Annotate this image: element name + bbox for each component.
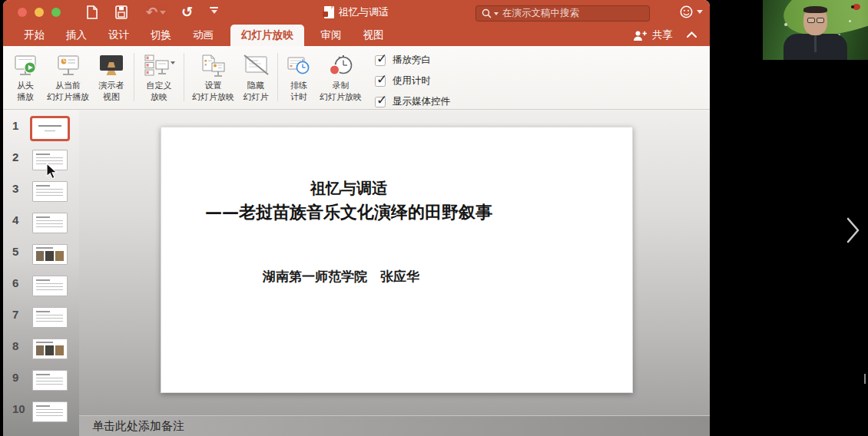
next-page-arrow[interactable] <box>846 217 861 243</box>
rehearse-timings-button[interactable]: 排练 计时 <box>282 48 316 107</box>
slide-thumbnail[interactable] <box>32 244 68 265</box>
slide-thumbnail[interactable] <box>32 339 68 359</box>
rehearse-timings-icon <box>286 50 312 79</box>
button-label: 幻灯片放映 <box>192 92 234 102</box>
share-button[interactable]: 共享 <box>633 25 673 46</box>
slide-thumbnail-panel: 1 2 3 4 5 6 7 8 <box>3 111 79 436</box>
checkbox-use-timings[interactable]: ✓ 使用计时 <box>375 74 450 88</box>
tab-home[interactable]: 开始 <box>13 25 55 46</box>
zoom-window-button[interactable] <box>51 8 61 17</box>
slide-canvas[interactable]: 祖忆与调适 ——老挝苗族音乐文化演绎的田野叙事 湖南第一师范学院 张应华 <box>161 127 633 393</box>
notes-pane[interactable]: 单击此处添加备注 <box>79 415 710 436</box>
checkbox-box[interactable]: ✓ <box>375 55 386 66</box>
custom-show-button[interactable]: 自定义 放映 <box>138 48 180 107</box>
toolbar-overflow-icon[interactable] <box>210 7 218 22</box>
tab-insert[interactable]: 插入 <box>55 25 98 46</box>
collapse-ribbon-button[interactable] <box>686 31 697 38</box>
scrollbar-fragment <box>864 374 866 384</box>
person-plus-icon <box>633 30 648 41</box>
tab-slideshow[interactable]: 幻灯片放映 <box>230 25 304 46</box>
slideshow-options-group: ✓ 播放旁白 ✓ 使用计时 ✓ 显示媒体控件 <box>366 48 450 107</box>
powerpoint-window: ↶ ↺ 祖忆与调适 在演示文稿中搜索 开始 插入 设计 切换 动画 <box>3 0 710 436</box>
share-label: 共享 <box>652 28 673 42</box>
record-slideshow-button[interactable]: 录制 幻灯片放映 <box>316 48 366 107</box>
smiley-icon <box>680 5 693 18</box>
slide-thumbnail[interactable] <box>32 181 68 202</box>
presenter-view-icon <box>97 50 126 79</box>
tab-transitions[interactable]: 切换 <box>140 25 182 46</box>
custom-show-icon <box>142 50 176 79</box>
thumbnail-slide-7[interactable]: 7 <box>3 307 79 328</box>
smiley-caret-icon <box>697 10 703 14</box>
search-scope-caret-icon[interactable] <box>494 12 499 15</box>
hide-slide-button[interactable]: 隐藏 幻灯片 <box>238 48 273 107</box>
button-label: 播放 <box>17 92 34 102</box>
slide-thumbnail[interactable] <box>32 276 68 296</box>
close-window-button[interactable] <box>18 8 27 17</box>
set-up-show-button[interactable]: 设置 幻灯片放映 <box>188 48 238 107</box>
checkbox-box[interactable]: ✓ <box>375 97 386 107</box>
record-slideshow-icon <box>327 50 355 79</box>
thumbnail-slide-6[interactable]: 6 <box>3 276 79 296</box>
slide-thumbnail[interactable] <box>32 370 68 391</box>
thumbnail-slide-3[interactable]: 3 <box>3 181 79 202</box>
water-droplet <box>784 23 787 26</box>
minimize-window-button[interactable] <box>35 8 44 17</box>
save-icon[interactable] <box>114 5 128 20</box>
redo-icon[interactable]: ↺ <box>181 5 193 20</box>
thumbnail-slide-5[interactable]: 5 <box>3 244 79 265</box>
notes-placeholder: 单击此处添加备注 <box>92 419 184 434</box>
slide-thumbnail[interactable] <box>32 213 68 233</box>
checkbox-show-media-controls[interactable]: ✓ 显示媒体控件 <box>375 95 450 108</box>
thumbnail-slide-10[interactable]: 10 <box>3 401 79 422</box>
ribbon-separator <box>134 53 134 101</box>
thumbnail-slide-2[interactable]: 2 <box>3 150 79 170</box>
play-from-current-button[interactable]: 从当前 幻灯片播放 <box>43 48 93 107</box>
checkbox-box[interactable]: ✓ <box>375 76 386 87</box>
tab-view[interactable]: 视图 <box>353 25 395 46</box>
ribbon-tab-bar: 开始 插入 设计 切换 动画 幻灯片放映 审阅 视图 共享 <box>3 25 710 46</box>
thumbnail-slide-1[interactable]: 1 <box>3 118 79 139</box>
water-droplet <box>849 20 851 22</box>
slide-number: 3 <box>12 181 27 197</box>
button-label: 排练 <box>290 81 307 91</box>
slide-number: 5 <box>12 244 27 259</box>
tab-animations[interactable]: 动画 <box>182 25 224 46</box>
checkbox-play-narrations[interactable]: ✓ 播放旁白 <box>375 54 450 67</box>
checkmark-icon: ✓ <box>376 51 387 67</box>
slide-number: 8 <box>12 339 27 354</box>
slide-title-line1: 祖忆与调适 <box>161 177 536 200</box>
slide-subtitle-textbox[interactable]: 湖南第一师范学院 张应华 <box>161 268 521 286</box>
search-input[interactable]: 在演示文稿中搜索 <box>475 5 650 21</box>
ribbon-separator <box>277 53 278 101</box>
slide-editor-area: 祖忆与调适 ——老挝苗族音乐文化演绎的田野叙事 湖南第一师范学院 张应华 单击此… <box>79 111 710 436</box>
slide-number: 9 <box>12 370 27 385</box>
button-label: 从头 <box>17 81 34 91</box>
search-placeholder: 在演示文稿中搜索 <box>502 7 579 20</box>
slide-title-textbox[interactable]: 祖忆与调适 ——老挝苗族音乐文化演绎的田野叙事 <box>161 177 536 224</box>
button-label: 视图 <box>103 92 120 102</box>
slide-thumbnail[interactable] <box>32 118 68 139</box>
slide-thumbnail[interactable] <box>32 401 68 422</box>
play-from-start-button[interactable]: 从头 播放 <box>8 48 43 107</box>
play-from-current-icon <box>55 50 82 79</box>
thumbnail-slide-9[interactable]: 9 <box>3 370 79 391</box>
tab-review[interactable]: 审阅 <box>310 25 353 46</box>
undo-icon[interactable]: ↶ <box>146 5 166 20</box>
tab-design[interactable]: 设计 <box>98 25 140 46</box>
checkbox-label: 使用计时 <box>393 74 431 88</box>
thumbnail-slide-8[interactable]: 8 <box>3 339 79 359</box>
mouse-cursor <box>46 163 58 180</box>
powerpoint-doc-icon <box>324 6 334 18</box>
slide-number: 10 <box>12 401 27 417</box>
presenter-view-button[interactable]: 演示者 视图 <box>93 48 130 107</box>
slide-number: 4 <box>12 213 27 228</box>
title-bar: ↶ ↺ 祖忆与调适 在演示文稿中搜索 <box>3 0 710 25</box>
slide-number: 6 <box>12 276 27 291</box>
feedback-smiley-button[interactable] <box>680 5 703 18</box>
slide-title-line2: ——老挝苗族音乐文化演绎的田野叙事 <box>161 200 536 224</box>
slide-thumbnail[interactable] <box>32 307 68 328</box>
new-document-icon[interactable] <box>85 5 99 20</box>
thumbnail-slide-4[interactable]: 4 <box>3 213 79 233</box>
ribbon-slideshow: 从头 播放 从当前 幻灯片播放 演示者 视图 自定义 放映 <box>3 46 710 110</box>
